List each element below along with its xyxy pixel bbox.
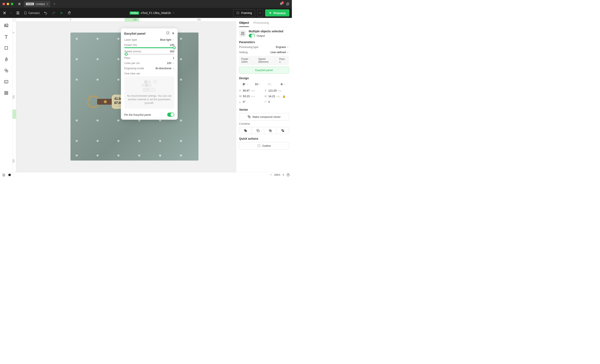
- power-slider[interactable]: [124, 47, 174, 48]
- compound-vector-button[interactable]: Make compound vector: [239, 113, 289, 121]
- pen-tool-icon[interactable]: [4, 57, 9, 62]
- svg-point-25: [117, 58, 120, 60]
- svg-point-43: [117, 140, 120, 142]
- close-icon[interactable]: ×: [172, 31, 174, 36]
- svg-point-37: [117, 120, 120, 121]
- svg-point-40: [180, 120, 182, 121]
- text-tool-icon[interactable]: [4, 34, 9, 39]
- maximize-window[interactable]: [11, 3, 13, 5]
- svg-rect-56: [241, 34, 243, 35]
- apps-tool-icon[interactable]: [4, 91, 9, 95]
- undo-icon[interactable]: [44, 11, 48, 15]
- process-label: Process: [273, 11, 286, 15]
- output-toggle[interactable]: [249, 34, 255, 37]
- union-icon[interactable]: [239, 127, 252, 134]
- svg-point-22: [180, 38, 182, 40]
- svg-point-23: [76, 58, 78, 60]
- outline-button[interactable]: Outline: [239, 142, 289, 149]
- engraving-mode-row[interactable]: Engraving modeBi-directional: [124, 67, 174, 70]
- framing-dropdown[interactable]: [257, 9, 263, 17]
- color-dot-icon[interactable]: [8, 174, 11, 176]
- subtract-icon[interactable]: [252, 127, 264, 134]
- right-panel: Object Processing Multiple objects selec…: [236, 18, 292, 172]
- framing-button[interactable]: Framing: [233, 9, 255, 17]
- lock-aspect-icon[interactable]: 🔒: [282, 95, 286, 98]
- process-button[interactable]: Process: [265, 9, 289, 17]
- redo-icon[interactable]: [51, 11, 56, 15]
- speed-slider[interactable]: [124, 54, 174, 55]
- x-field[interactable]: X85.67mm: [239, 89, 262, 92]
- titlebar: F1Ultra Untitled × +: [0, 0, 292, 8]
- lines-per-cm-row[interactable]: Lines per cm100: [124, 62, 174, 65]
- copy-stack-icon[interactable]: [286, 2, 289, 6]
- align-left-icon[interactable]: [242, 82, 249, 87]
- svg-point-34: [180, 79, 182, 81]
- device-selector[interactable]: F1Ultra xTool_F1 Ultra_04a61b: [130, 11, 175, 15]
- svg-point-36: [96, 120, 99, 121]
- close-window[interactable]: [2, 3, 5, 5]
- svg-rect-67: [257, 130, 259, 132]
- svg-point-46: [180, 140, 182, 142]
- new-tab-button[interactable]: +: [53, 2, 56, 6]
- y-field[interactable]: Y121.03mm: [264, 89, 287, 92]
- svg-rect-1: [286, 3, 288, 5]
- status-bar: − 286% +: [0, 172, 292, 177]
- canvas-selector[interactable]: Canvas1: [24, 11, 40, 15]
- help-icon[interactable]: [286, 173, 290, 177]
- popout-icon[interactable]: [166, 31, 169, 36]
- svg-point-52: [180, 154, 182, 157]
- align-hleft-icon[interactable]: [254, 82, 262, 87]
- logo-icon[interactable]: [2, 11, 6, 15]
- tab-title: Untitled: [36, 2, 45, 6]
- corner-field[interactable]: 0: [264, 100, 287, 103]
- rotation-field[interactable]: 0°: [239, 100, 262, 103]
- svg-point-41: [76, 140, 78, 142]
- save-icon[interactable]: [16, 11, 20, 15]
- logo-chevron-icon[interactable]: [10, 12, 12, 14]
- svg-rect-2: [17, 13, 19, 14]
- document-tab[interactable]: F1Ultra Untitled ×: [24, 1, 50, 7]
- svg-point-50: [138, 154, 140, 157]
- param-summary: Power 100%Speed 300mm/sPass 1: [239, 56, 289, 65]
- pin-toggle[interactable]: [167, 112, 174, 117]
- notification-icon[interactable]: [279, 2, 283, 6]
- boolean-tool-icon[interactable]: [4, 68, 9, 73]
- tab-processing[interactable]: Processing: [253, 18, 269, 27]
- ai-tool-icon[interactable]: AI: [4, 79, 9, 84]
- image-tool-icon[interactable]: [4, 23, 9, 28]
- w-field[interactable]: W53.23mm: [239, 95, 262, 98]
- layers-icon[interactable]: [2, 173, 5, 177]
- zoom-out-icon[interactable]: −: [270, 173, 272, 177]
- h-field[interactable]: H14.22mm🔒: [264, 95, 287, 98]
- hand-icon[interactable]: [67, 11, 72, 15]
- svg-point-17: [76, 38, 78, 40]
- svg-point-39: [159, 120, 161, 121]
- play-icon[interactable]: [59, 11, 64, 15]
- tab-object[interactable]: Object: [239, 18, 249, 27]
- pass-row[interactable]: Pass1: [124, 56, 174, 59]
- svg-point-51: [159, 154, 161, 157]
- laser-type-row[interactable]: Laser type Blue light: [124, 38, 174, 41]
- svg-rect-73: [282, 130, 283, 131]
- ruler-horizontal: 0100200: [16, 18, 236, 22]
- svg-point-18: [96, 38, 99, 40]
- home-icon[interactable]: [17, 2, 22, 6]
- setting-row[interactable]: SettingUser-defined: [239, 51, 289, 54]
- exclude-icon[interactable]: [277, 127, 289, 134]
- flip-icon[interactable]: [279, 82, 286, 87]
- minimize-window[interactable]: [7, 3, 9, 5]
- processing-type-row[interactable]: Processing typeEngrave: [239, 46, 289, 49]
- svg-point-35: [76, 120, 78, 121]
- intersect-icon[interactable]: [264, 127, 277, 134]
- close-tab-icon[interactable]: ×: [47, 2, 48, 6]
- easyset-panel-button[interactable]: EasySet panel: [239, 67, 289, 74]
- design-heading: Design: [239, 76, 289, 80]
- svg-point-55: [243, 32, 244, 33]
- zoom-in-icon[interactable]: +: [282, 173, 284, 177]
- selection-title: Multiple objects selected: [249, 30, 283, 33]
- canvas-area[interactable]: 0100200 0100200: [12, 18, 236, 172]
- shape-tool-icon[interactable]: [4, 46, 9, 50]
- parameters-heading: Parameters: [239, 40, 289, 44]
- svg-point-49: [117, 154, 120, 157]
- oneclick-label: One-click set: [124, 72, 140, 75]
